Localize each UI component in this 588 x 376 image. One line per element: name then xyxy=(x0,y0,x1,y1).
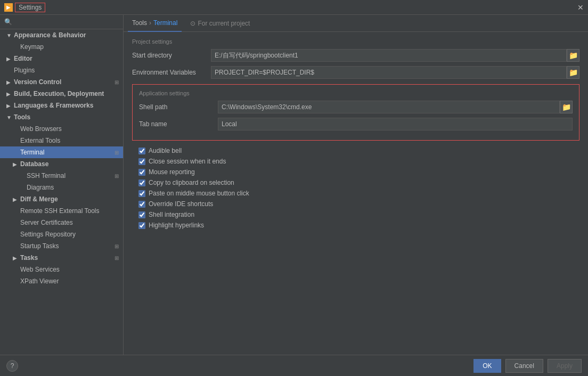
tab-name-label: Tab name xyxy=(139,120,214,128)
content-area: Tools › Terminal ⊙ For current project P… xyxy=(124,15,588,355)
checkbox-highlight-hyperlinks[interactable] xyxy=(138,222,145,229)
search-icon: 🔍 xyxy=(4,18,12,26)
sidebar-item-version-control[interactable]: ▶Version Control⊞ xyxy=(0,76,123,88)
sidebar-item-terminal[interactable]: Terminal⊞ xyxy=(0,146,123,158)
sidebar-item-settings-repo[interactable]: Settings Repository xyxy=(0,228,123,240)
sidebar-label-settings-repo: Settings Repository xyxy=(20,231,76,238)
sidebar-item-xpath-viewer[interactable]: XPath Viewer xyxy=(0,275,123,287)
arrow-icon-appearance: ▼ xyxy=(6,32,12,38)
sidebar-label-build: Build, Execution, Deployment xyxy=(14,90,104,97)
checkbox-row-paste-middle: Paste on middle mouse button click xyxy=(132,190,579,197)
start-directory-input-wrap: 📁 xyxy=(211,49,579,62)
for-current-project-tab[interactable]: ⊙ For current project xyxy=(186,15,254,32)
tab-name-input[interactable] xyxy=(218,118,573,130)
sidebar-label-tools: Tools xyxy=(14,113,30,121)
close-button[interactable]: ✕ xyxy=(577,3,584,12)
app-icon: ▶ xyxy=(4,3,13,12)
gear-icon-version-control: ⊞ xyxy=(115,79,119,85)
sidebar-item-keymap[interactable]: Keymap xyxy=(0,41,123,53)
sidebar-item-languages[interactable]: ▶Languages & Frameworks xyxy=(0,100,123,111)
tabs-bar: Tools › Terminal ⊙ For current project xyxy=(124,15,588,32)
checkbox-close-session[interactable] xyxy=(138,158,145,165)
shell-path-browse-button[interactable]: 📁 xyxy=(560,101,573,113)
checkbox-override-ide[interactable] xyxy=(138,201,145,208)
sidebar-label-web-browsers: Web Browsers xyxy=(20,125,62,133)
sidebar-item-tasks[interactable]: ▶Tasks⊞ xyxy=(0,252,123,264)
sidebar-item-web-browsers[interactable]: Web Browsers xyxy=(0,123,123,135)
checkbox-row-close-session: Close session when it ends xyxy=(132,158,579,165)
sidebar-label-ssh-terminal: SSH Terminal xyxy=(27,172,66,179)
tab-name-row: Tab name xyxy=(139,118,573,130)
ok-button[interactable]: OK xyxy=(473,359,501,373)
sidebar-item-external-tools[interactable]: External Tools xyxy=(0,135,123,146)
sidebar-label-external-tools: External Tools xyxy=(20,137,60,144)
sidebar-label-terminal: Terminal xyxy=(20,149,44,156)
start-directory-row: Start directory 📁 xyxy=(132,49,579,62)
arrow-icon-version-control: ▶ xyxy=(6,79,12,85)
checkbox-audible-bell[interactable] xyxy=(138,148,145,154)
sidebar-item-tools[interactable]: ▼Tools xyxy=(0,111,123,123)
sidebar-label-diff-merge: Diff & Merge xyxy=(20,195,58,203)
sidebar-item-diff-merge[interactable]: ▶Diff & Merge xyxy=(0,193,123,205)
checkbox-shell-integration[interactable] xyxy=(138,211,145,218)
sidebar-label-version-control: Version Control xyxy=(14,78,61,86)
arrow-icon-languages: ▶ xyxy=(6,103,12,109)
checkbox-label-paste-middle: Paste on middle mouse button click xyxy=(149,190,249,197)
search-input[interactable] xyxy=(14,18,119,26)
main-layout: 🔍 ▼Appearance & BehaviorKeymap▶EditorPlu… xyxy=(0,15,588,355)
checkbox-mouse-reporting[interactable] xyxy=(138,169,145,176)
arrow-icon-build: ▶ xyxy=(6,91,12,97)
sidebar-label-tasks: Tasks xyxy=(20,254,38,261)
sidebar-item-ssh-terminal[interactable]: SSH Terminal⊞ xyxy=(0,170,123,182)
sidebar-item-diagrams[interactable]: Diagrams xyxy=(0,182,123,193)
sidebar-item-database[interactable]: ▶Database xyxy=(0,158,123,170)
help-button[interactable]: ? xyxy=(6,360,18,372)
sidebar-item-editor[interactable]: ▶Editor xyxy=(0,53,123,64)
shell-path-label: Shell path xyxy=(139,103,214,111)
checkboxes-container: Audible bellClose session when it endsMo… xyxy=(132,147,579,229)
sidebar-label-languages: Languages & Frameworks xyxy=(14,102,93,109)
checkbox-label-audible-bell: Audible bell xyxy=(149,147,182,154)
search-bar[interactable]: 🔍 xyxy=(0,15,123,29)
checkbox-label-override-ide: Override IDE shortcuts xyxy=(149,200,213,208)
sidebar-item-server-certs[interactable]: Server Certificates xyxy=(0,217,123,228)
sidebar-items: ▼Appearance & BehaviorKeymap▶EditorPlugi… xyxy=(0,29,123,287)
apply-button[interactable]: Apply xyxy=(548,359,582,373)
sidebar-item-plugins[interactable]: Plugins xyxy=(0,64,123,76)
env-vars-row: Environment Variables 📁 xyxy=(132,66,579,79)
sidebar-label-diagrams: Diagrams xyxy=(27,184,54,191)
env-vars-browse-button[interactable]: 📁 xyxy=(567,66,579,79)
sidebar-item-startup-tasks[interactable]: Startup Tasks⊞ xyxy=(0,240,123,252)
start-directory-input[interactable] xyxy=(211,49,567,62)
sidebar-label-keymap: Keymap xyxy=(20,43,44,51)
sidebar-label-remote-ssh: Remote SSH External Tools xyxy=(20,207,100,215)
sidebar-label-server-certs: Server Certificates xyxy=(20,219,73,226)
sidebar-item-build[interactable]: ▶Build, Execution, Deployment xyxy=(0,88,123,100)
env-vars-label: Environment Variables xyxy=(132,69,207,76)
env-vars-input[interactable] xyxy=(211,66,567,79)
sidebar-label-web-services: Web Services xyxy=(20,266,60,273)
checkbox-paste-middle[interactable] xyxy=(138,190,145,197)
arrow-icon-tools: ▼ xyxy=(6,115,12,120)
breadcrumb-separator: › xyxy=(149,19,151,27)
sidebar-item-remote-ssh[interactable]: Remote SSH External Tools xyxy=(0,205,123,217)
arrow-icon-editor: ▶ xyxy=(6,56,12,62)
shell-path-row: Shell path 📁 xyxy=(139,101,573,113)
sidebar: 🔍 ▼Appearance & BehaviorKeymap▶EditorPlu… xyxy=(0,15,124,355)
tab-name-input-wrap xyxy=(218,118,573,130)
sidebar-label-editor: Editor xyxy=(14,55,32,62)
cancel-button[interactable]: Cancel xyxy=(505,359,543,373)
sidebar-item-appearance[interactable]: ▼Appearance & Behavior xyxy=(0,29,123,41)
sidebar-item-web-services[interactable]: Web Services xyxy=(0,264,123,275)
checkbox-copy-clipboard[interactable] xyxy=(138,179,145,186)
checkbox-label-shell-integration: Shell integration xyxy=(149,211,194,218)
checkbox-label-close-session: Close session when it ends xyxy=(149,158,226,165)
start-directory-browse-button[interactable]: 📁 xyxy=(567,49,579,62)
sidebar-label-startup-tasks: Startup Tasks xyxy=(20,242,59,250)
settings-content: Project settings Start directory 📁 Envir… xyxy=(124,32,588,355)
checkbox-label-copy-clipboard: Copy to clipboard on selection xyxy=(149,179,234,186)
gear-icon-ssh-terminal: ⊞ xyxy=(115,173,119,179)
shell-path-input[interactable] xyxy=(218,101,560,113)
sidebar-label-xpath-viewer: XPath Viewer xyxy=(20,277,59,285)
breadcrumb-tab[interactable]: Tools › Terminal xyxy=(128,15,182,32)
